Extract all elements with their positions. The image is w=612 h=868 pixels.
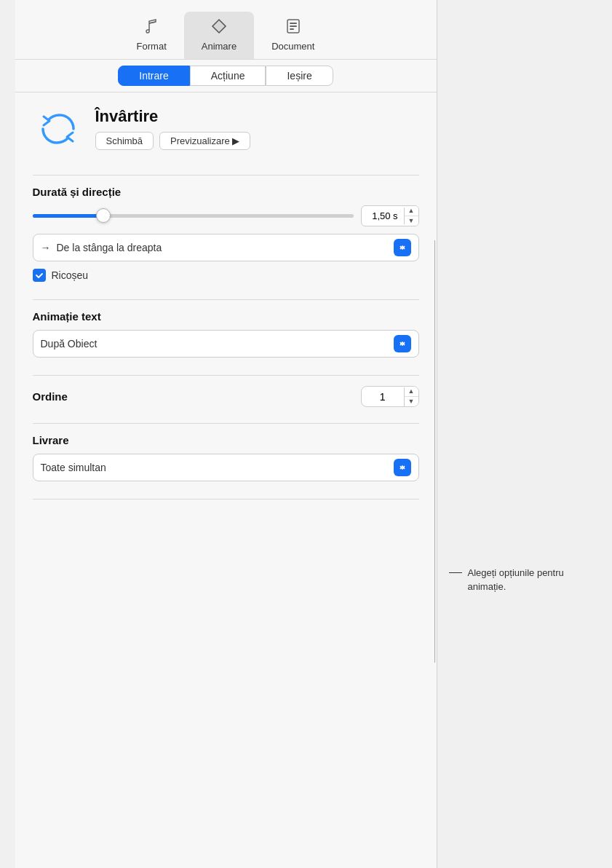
svg-rect-2 — [290, 23, 297, 24]
svg-rect-3 — [290, 25, 297, 27]
duration-section-label: Durată și direcție — [33, 186, 419, 198]
iesire-segment[interactable]: Ieșire — [266, 66, 333, 86]
duration-slider-row: 1,50 s ▲ ▼ — [33, 205, 419, 226]
stepper-arrows: ▲ ▼ — [405, 206, 418, 226]
direction-text: De la stânga la dreapta — [57, 242, 162, 253]
ricoseu-checkbox[interactable] — [33, 269, 46, 282]
stepper-up[interactable]: ▲ — [405, 206, 418, 216]
format-label: Format — [137, 41, 167, 52]
document-icon — [285, 17, 302, 38]
time-stepper[interactable]: 1,50 s ▲ ▼ — [361, 205, 419, 226]
direction-dropdown[interactable]: → De la stânga la dreapta — [33, 234, 419, 261]
sep4 — [33, 423, 419, 424]
animatie-text-label: Animație text — [33, 310, 419, 323]
annotation-line — [434, 240, 435, 663]
animation-buttons: Schimbă Previzualizare ▶ — [95, 132, 251, 150]
ordine-up[interactable]: ▲ — [405, 387, 418, 397]
annotation-panel: Alegeți opțiunile pentru animație. — [437, 0, 597, 868]
direction-label: → De la stânga la dreapta — [41, 242, 162, 253]
livrare-value: Toate simultan — [41, 462, 106, 473]
sep5 — [33, 499, 419, 500]
format-icon — [143, 17, 160, 38]
actiune-segment[interactable]: Acțiune — [191, 66, 266, 86]
duration-slider-track[interactable] — [33, 214, 354, 218]
change-button[interactable]: Schimbă — [95, 132, 154, 150]
annotation-text: Alegeți opțiunile pentru animație. — [468, 566, 584, 594]
direction-arrow: → — [41, 242, 51, 253]
svg-line-0 — [149, 22, 156, 23]
livrare-label: Livrare — [33, 434, 419, 446]
slider-thumb[interactable] — [96, 208, 111, 223]
animation-preview-icon — [33, 111, 84, 147]
format-tab[interactable]: Format — [119, 12, 184, 59]
document-label: Document — [271, 41, 314, 52]
ricoseu-row: Ricoșeu — [33, 269, 419, 282]
animatie-text-value: După Obiect — [41, 338, 98, 350]
annotation-container: Alegeți opțiunile pentru animație. — [449, 566, 597, 594]
document-tab[interactable]: Document — [254, 12, 332, 59]
stepper-down[interactable]: ▼ — [405, 216, 418, 226]
sep1 — [33, 175, 419, 175]
time-value: 1,50 s — [362, 208, 405, 224]
ordine-arrows: ▲ ▼ — [405, 387, 418, 406]
sep3 — [33, 375, 419, 376]
ricoseu-label: Ricoșeu — [52, 269, 89, 281]
intrare-segment[interactable]: Intrare — [118, 66, 189, 86]
animare-tab[interactable]: Animare — [184, 12, 254, 59]
animatie-text-dropdown[interactable]: După Obiect — [33, 330, 419, 358]
direction-chevron — [394, 239, 411, 256]
ordine-stepper[interactable]: 1 ▲ ▼ — [361, 386, 419, 407]
animation-title: Învârtire — [95, 107, 251, 126]
ordine-value: 1 — [362, 387, 405, 406]
preview-button[interactable]: Previzualizare ▶ — [159, 132, 250, 150]
animare-label: Animare — [202, 41, 237, 52]
ordine-label: Ordine — [33, 390, 68, 403]
livrare-chevron — [394, 459, 411, 476]
main-content: Învârtire Schimbă Previzualizare ▶ Durat… — [15, 92, 437, 868]
slider-fill — [33, 214, 103, 218]
ordine-down[interactable]: ▼ — [405, 397, 418, 406]
ordine-row: Ordine 1 ▲ ▼ — [33, 386, 419, 407]
animation-header: Învârtire Schimbă Previzualizare ▶ — [33, 107, 419, 150]
toolbar: Format Animare — [15, 0, 437, 60]
sep2 — [33, 299, 419, 300]
svg-rect-4 — [290, 28, 294, 30]
annotation-dash — [449, 572, 462, 573]
animare-icon — [210, 17, 228, 38]
livrare-dropdown[interactable]: Toate simultan — [33, 454, 419, 481]
segment-control: Intrare Acțiune Ieșire — [15, 60, 437, 92]
animatie-text-chevron — [394, 335, 411, 352]
animation-title-area: Învârtire Schimbă Previzualizare ▶ — [95, 107, 251, 150]
annotation-bar — [434, 240, 437, 663]
